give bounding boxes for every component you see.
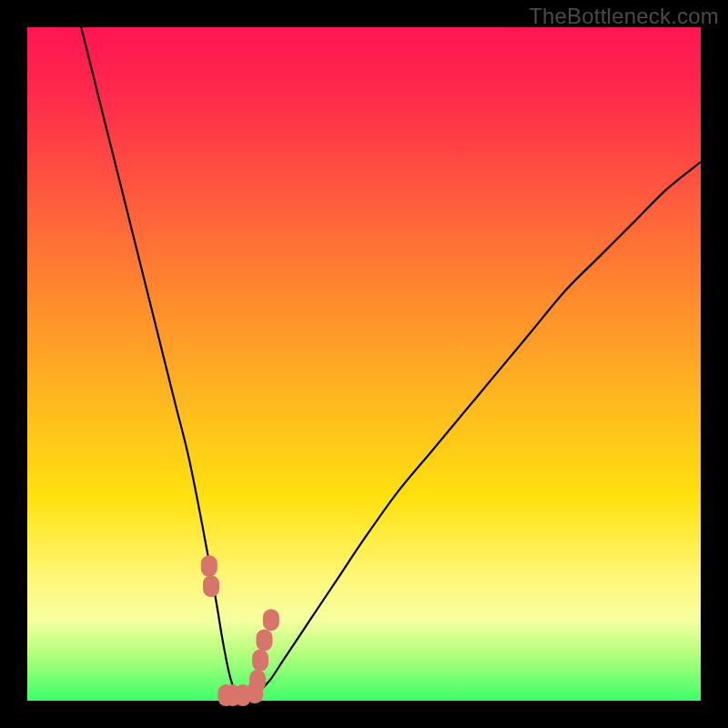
bottleneck-curve	[81, 27, 701, 698]
trough-marker	[201, 555, 217, 577]
trough-marker	[263, 609, 279, 631]
watermark-text: TheBottleneck.com	[529, 4, 719, 29]
trough-marker	[249, 670, 266, 692]
trough-marker	[252, 650, 268, 672]
trough-marker	[203, 575, 219, 597]
chart-overlay	[27, 27, 701, 701]
outer-frame: TheBottleneck.com	[0, 0, 728, 728]
trough-marker	[256, 629, 272, 651]
